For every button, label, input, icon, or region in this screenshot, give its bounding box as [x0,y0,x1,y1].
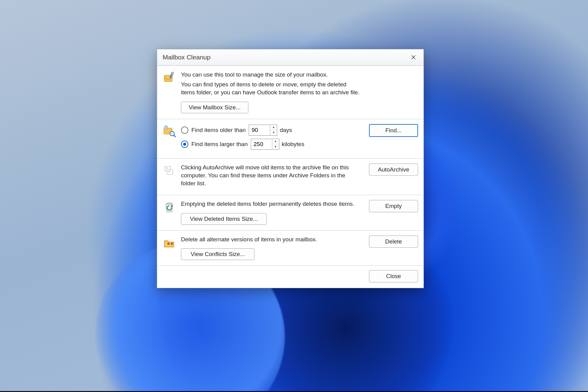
section-conflicts: Delete all alternate versions of items i… [157,230,424,266]
intro-line-2: You can find types of items to delete or… [181,81,360,96]
view-conflicts-size-button[interactable]: View Conflicts Size... [181,248,254,260]
find-larger-input[interactable] [251,139,272,149]
empty-button[interactable]: Empty [369,200,418,212]
svg-rect-12 [167,203,172,205]
svg-rect-11 [168,171,170,172]
find-older-input[interactable] [249,125,270,135]
recycle-bin-icon [163,201,176,224]
view-deleted-size-button[interactable]: View Deleted Items Size... [181,213,267,225]
delete-button[interactable]: Delete [369,236,418,248]
archive-icon [163,164,176,190]
find-older-radio[interactable]: Find items older than [181,126,246,134]
radio-checked-icon [181,141,188,148]
svg-rect-10 [166,168,168,169]
section-autoarchive: Clicking AutoArchive will move old items… [157,158,424,195]
svg-line-4 [174,135,176,137]
svg-point-3 [170,131,175,136]
find-larger-spinner[interactable]: ▲▼ [251,139,279,150]
svg-rect-9 [167,170,173,174]
find-button[interactable]: Find... [369,124,418,137]
dialog-title: Mailbox Cleanup [163,54,210,61]
find-larger-label: Find items larger than [191,141,248,148]
mailbox-cleanup-dialog: Mailbox Cleanup You can use this tool to… [157,49,424,288]
autoarchive-text: Clicking AutoArchive will move old items… [181,164,360,188]
titlebar: Mailbox Cleanup [157,49,424,66]
radio-unchecked-icon [181,126,188,134]
conflicts-text: Delete all alternate versions of items i… [181,236,360,243]
find-older-spinner[interactable]: ▲▼ [249,125,277,136]
conflicts-folder-icon [163,236,176,260]
find-larger-unit: kilobytes [282,141,304,148]
section-intro: You can use this tool to manage the size… [157,66,424,119]
cleanup-icon [163,71,176,113]
find-mail-icon [163,125,176,153]
view-mailbox-size-button[interactable]: View Mailbox Size... [181,102,248,113]
dialog-footer: Close [157,266,424,288]
autoarchive-button[interactable]: AutoArchive [369,164,418,176]
section-empty-deleted: Emptying the deleted items folder perman… [157,195,424,230]
spinner-arrows[interactable]: ▲▼ [272,139,279,149]
find-larger-radio[interactable]: Find items larger than [181,141,248,148]
find-older-unit: days [280,127,292,134]
close-button[interactable]: Close [369,270,418,282]
intro-line-1: You can use this tool to manage the size… [181,71,360,79]
close-icon[interactable] [406,51,420,63]
spinner-arrows[interactable]: ▲▼ [270,125,277,135]
find-older-label: Find items older than [191,127,246,134]
section-find: Find items older than ▲▼ days Find items… [157,119,424,158]
empty-deleted-text: Emptying the deleted items folder perman… [181,200,360,208]
